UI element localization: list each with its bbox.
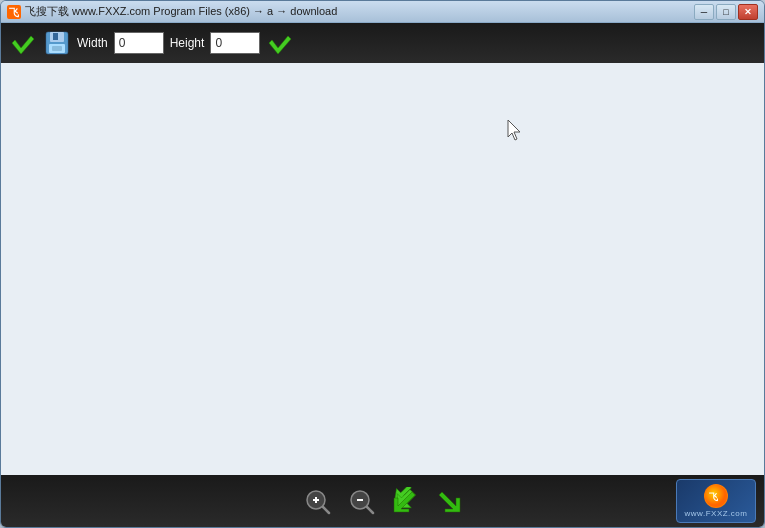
title-bar: 飞 飞搜下载 www.FXXZ.com Program Files (x86) … — [1, 1, 764, 23]
arrow-up-left-button[interactable] — [389, 485, 421, 517]
confirm-button[interactable] — [266, 29, 294, 57]
logo-circle: 飞 — [704, 484, 728, 508]
mouse-cursor — [507, 119, 523, 141]
maximize-button[interactable]: □ — [716, 4, 736, 20]
minimize-button[interactable]: ─ — [694, 4, 714, 20]
zoom-in-icon — [303, 487, 331, 515]
arrow-up-right-button[interactable] — [433, 485, 465, 517]
svg-rect-5 — [53, 33, 58, 40]
svg-marker-21 — [439, 492, 460, 512]
title-bar-buttons: ─ □ ✕ — [694, 4, 758, 20]
svg-marker-8 — [269, 36, 291, 54]
app-icon: 飞 — [7, 5, 21, 19]
arrow-up-left-icon — [391, 487, 419, 515]
close-button[interactable]: ✕ — [738, 4, 758, 20]
svg-marker-9 — [508, 120, 520, 140]
zoom-out-button[interactable] — [345, 485, 377, 517]
svg-rect-7 — [52, 46, 62, 51]
fxxz-logo: 飞 www.FXXZ.com — [676, 479, 756, 523]
svg-text:飞: 飞 — [9, 7, 19, 18]
height-label: Height — [170, 36, 205, 50]
zoom-in-button[interactable] — [301, 485, 333, 517]
title-bar-left: 飞 飞搜下载 www.FXXZ.com Program Files (x86) … — [7, 4, 337, 19]
check-button[interactable] — [9, 29, 37, 57]
save-button[interactable] — [43, 29, 71, 57]
arrow-up-right-icon — [435, 487, 463, 515]
window-frame: 飞 飞搜下载 www.FXXZ.com Program Files (x86) … — [0, 0, 765, 528]
title-text: 飞搜下载 www.FXXZ.com Program Files (x86) → … — [25, 4, 337, 19]
toolbar: Width Height — [1, 23, 764, 63]
canvas-area[interactable] — [1, 63, 764, 475]
height-input[interactable] — [210, 32, 260, 54]
width-input[interactable] — [114, 32, 164, 54]
svg-marker-2 — [12, 36, 34, 54]
svg-text:飞: 飞 — [709, 492, 718, 502]
logo-text: www.FXXZ.com — [685, 509, 748, 518]
width-label: Width — [77, 36, 108, 50]
svg-line-13 — [323, 507, 329, 513]
svg-line-16 — [367, 507, 373, 513]
bottom-bar: 飞 www.FXXZ.com — [1, 475, 764, 527]
zoom-out-icon — [347, 487, 375, 515]
